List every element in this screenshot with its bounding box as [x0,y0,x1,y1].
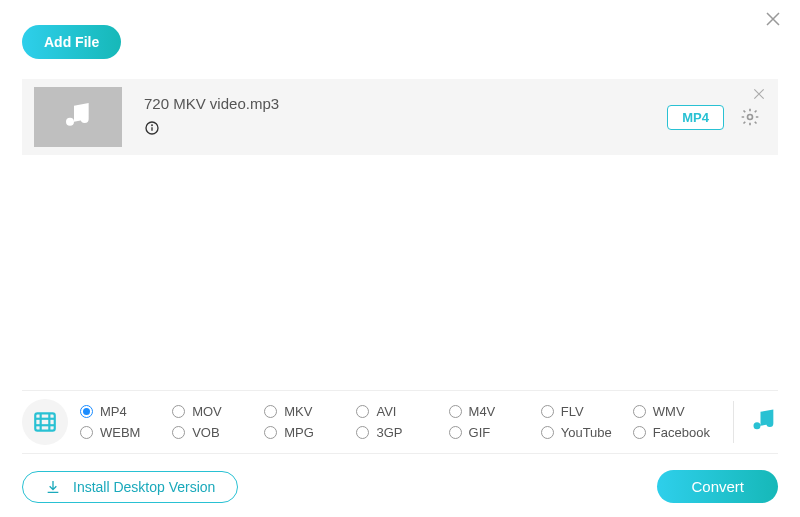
install-desktop-label: Install Desktop Version [73,479,215,495]
convert-button[interactable]: Convert [657,470,778,503]
file-thumbnail [34,87,122,147]
radio-icon [80,426,93,439]
music-note-icon [62,99,94,135]
radio-icon [633,426,646,439]
install-desktop-button[interactable]: Install Desktop Version [22,471,238,503]
format-option-label: AVI [376,404,396,419]
remove-file-icon[interactable] [752,87,766,105]
format-option-vob[interactable]: VOB [172,425,264,440]
format-option-label: VOB [192,425,219,440]
audio-category-icon[interactable] [750,406,778,438]
download-icon [45,479,61,495]
info-icon[interactable] [144,120,160,136]
radio-icon [449,405,462,418]
format-option-gif[interactable]: GIF [449,425,541,440]
format-selection-bar: MP4MOVMKVAVIM4VFLVWMVWEBMVOBMPG3GPGIFYou… [22,390,778,454]
format-option-label: MP4 [100,404,127,419]
radio-icon [264,426,277,439]
format-option-label: MKV [284,404,312,419]
format-option-facebook[interactable]: Facebook [633,425,725,440]
format-option-mpg[interactable]: MPG [264,425,356,440]
close-icon[interactable] [764,10,782,32]
format-option-label: Facebook [653,425,710,440]
format-option-label: MOV [192,404,222,419]
radio-icon [449,426,462,439]
divider [733,401,734,443]
format-option-mov[interactable]: MOV [172,404,264,419]
output-format-badge[interactable]: MP4 [667,105,724,130]
format-option-label: MPG [284,425,314,440]
format-option-label: 3GP [376,425,402,440]
gear-icon[interactable] [740,107,760,127]
radio-icon [172,426,185,439]
svg-rect-4 [35,413,55,430]
format-option-avi[interactable]: AVI [356,404,448,419]
svg-point-2 [152,125,153,126]
radio-icon [356,426,369,439]
format-option-label: FLV [561,404,584,419]
format-option-label: M4V [469,404,496,419]
radio-icon [80,405,93,418]
radio-icon [264,405,277,418]
add-file-button[interactable]: Add File [22,25,121,59]
radio-icon [356,405,369,418]
radio-icon [541,405,554,418]
format-option-m4v[interactable]: M4V [449,404,541,419]
format-option-label: WEBM [100,425,140,440]
file-list-item: 720 MKV video.mp3 MP4 [22,79,778,155]
format-option-label: WMV [653,404,685,419]
video-category-icon[interactable] [22,399,68,445]
svg-point-3 [748,115,753,120]
format-option-webm[interactable]: WEBM [80,425,172,440]
radio-icon [172,405,185,418]
format-option-mp4[interactable]: MP4 [80,404,172,419]
format-option-wmv[interactable]: WMV [633,404,725,419]
format-option-youtube[interactable]: YouTube [541,425,633,440]
file-name-label: 720 MKV video.mp3 [144,95,667,112]
format-option-label: YouTube [561,425,612,440]
footer-bar: Install Desktop Version Convert [22,470,778,503]
format-option-mkv[interactable]: MKV [264,404,356,419]
radio-icon [541,426,554,439]
format-option-flv[interactable]: FLV [541,404,633,419]
format-option-3gp[interactable]: 3GP [356,425,448,440]
radio-icon [633,405,646,418]
format-option-label: GIF [469,425,491,440]
